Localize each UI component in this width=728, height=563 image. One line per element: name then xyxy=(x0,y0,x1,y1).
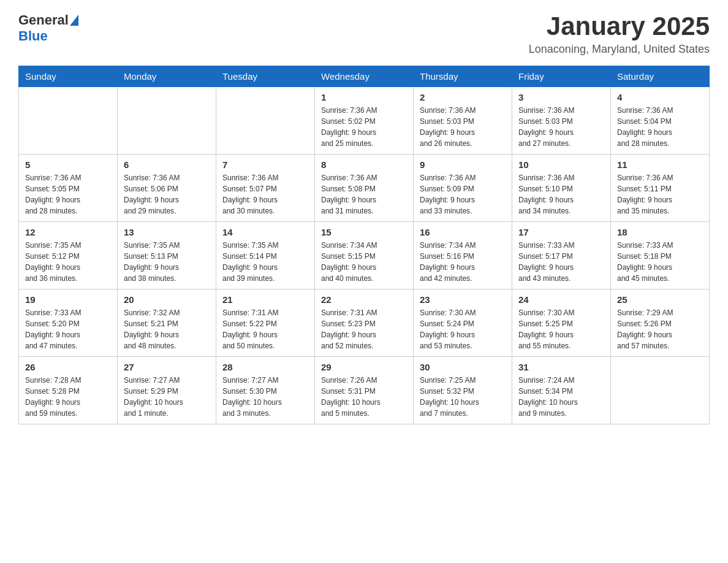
day-number: 24 xyxy=(518,294,604,305)
day-info: Sunrise: 7:25 AM Sunset: 5:32 PM Dayligh… xyxy=(420,375,506,419)
calendar-cell: 30Sunrise: 7:25 AM Sunset: 5:32 PM Dayli… xyxy=(414,357,512,424)
calendar-cell: 5Sunrise: 7:36 AM Sunset: 5:05 PM Daylig… xyxy=(19,155,118,222)
day-number: 19 xyxy=(25,294,111,305)
day-info: Sunrise: 7:36 AM Sunset: 5:04 PM Dayligh… xyxy=(617,105,703,149)
day-info: Sunrise: 7:36 AM Sunset: 5:07 PM Dayligh… xyxy=(222,172,308,216)
location-title: Lonaconing, Maryland, United States xyxy=(529,43,710,56)
day-number: 14 xyxy=(222,227,308,237)
day-number: 15 xyxy=(321,227,407,237)
calendar-cell: 6Sunrise: 7:36 AM Sunset: 5:06 PM Daylig… xyxy=(118,155,216,222)
day-info: Sunrise: 7:31 AM Sunset: 5:23 PM Dayligh… xyxy=(321,307,407,351)
calendar-cell: 31Sunrise: 7:24 AM Sunset: 5:34 PM Dayli… xyxy=(512,357,611,424)
day-info: Sunrise: 7:30 AM Sunset: 5:24 PM Dayligh… xyxy=(420,307,506,351)
day-info: Sunrise: 7:36 AM Sunset: 5:05 PM Dayligh… xyxy=(25,172,111,216)
calendar-cell: 9Sunrise: 7:36 AM Sunset: 5:09 PM Daylig… xyxy=(414,155,512,222)
week-row-4: 19Sunrise: 7:33 AM Sunset: 5:20 PM Dayli… xyxy=(19,289,710,357)
day-info: Sunrise: 7:33 AM Sunset: 5:20 PM Dayligh… xyxy=(25,307,111,351)
calendar-cell: 20Sunrise: 7:32 AM Sunset: 5:21 PM Dayli… xyxy=(118,289,216,357)
column-header-monday: Monday xyxy=(118,66,216,87)
column-header-friday: Friday xyxy=(512,66,611,87)
day-info: Sunrise: 7:29 AM Sunset: 5:26 PM Dayligh… xyxy=(617,307,703,351)
day-number: 9 xyxy=(420,159,506,170)
calendar-cell: 14Sunrise: 7:35 AM Sunset: 5:14 PM Dayli… xyxy=(216,222,315,289)
calendar-cell xyxy=(118,87,216,155)
calendar-cell: 17Sunrise: 7:33 AM Sunset: 5:17 PM Dayli… xyxy=(512,222,611,289)
calendar-cell: 25Sunrise: 7:29 AM Sunset: 5:26 PM Dayli… xyxy=(611,289,710,357)
calendar-cell: 22Sunrise: 7:31 AM Sunset: 5:23 PM Dayli… xyxy=(315,289,414,357)
day-info: Sunrise: 7:33 AM Sunset: 5:18 PM Dayligh… xyxy=(617,240,703,284)
day-number: 2 xyxy=(420,92,506,102)
day-info: Sunrise: 7:34 AM Sunset: 5:15 PM Dayligh… xyxy=(321,240,407,284)
calendar-cell xyxy=(19,87,118,155)
day-number: 3 xyxy=(518,92,604,102)
logo-triangle-icon xyxy=(70,15,78,26)
calendar-cell: 12Sunrise: 7:35 AM Sunset: 5:12 PM Dayli… xyxy=(19,222,118,289)
day-info: Sunrise: 7:36 AM Sunset: 5:11 PM Dayligh… xyxy=(617,172,703,216)
day-number: 28 xyxy=(222,362,308,372)
day-info: Sunrise: 7:27 AM Sunset: 5:30 PM Dayligh… xyxy=(222,375,308,419)
day-info: Sunrise: 7:24 AM Sunset: 5:34 PM Dayligh… xyxy=(518,375,604,419)
day-number: 4 xyxy=(617,92,703,102)
calendar-header-row: SundayMondayTuesdayWednesdayThursdayFrid… xyxy=(19,66,710,87)
day-number: 22 xyxy=(321,294,407,305)
calendar-cell: 16Sunrise: 7:34 AM Sunset: 5:16 PM Dayli… xyxy=(414,222,512,289)
day-number: 30 xyxy=(420,362,506,372)
calendar-cell: 7Sunrise: 7:36 AM Sunset: 5:07 PM Daylig… xyxy=(216,155,315,222)
logo: General Blue xyxy=(18,12,78,44)
day-number: 1 xyxy=(321,92,407,102)
week-row-2: 5Sunrise: 7:36 AM Sunset: 5:05 PM Daylig… xyxy=(19,155,710,222)
day-number: 16 xyxy=(420,227,506,237)
day-info: Sunrise: 7:33 AM Sunset: 5:17 PM Dayligh… xyxy=(518,240,604,284)
day-number: 26 xyxy=(25,362,111,372)
day-info: Sunrise: 7:36 AM Sunset: 5:03 PM Dayligh… xyxy=(420,105,506,149)
day-number: 12 xyxy=(25,227,111,237)
day-info: Sunrise: 7:30 AM Sunset: 5:25 PM Dayligh… xyxy=(518,307,604,351)
logo-general: General xyxy=(18,12,69,28)
day-info: Sunrise: 7:36 AM Sunset: 5:10 PM Dayligh… xyxy=(518,172,604,216)
page-header: General Blue January 2025 Lonaconing, Ma… xyxy=(18,12,710,56)
day-number: 17 xyxy=(518,227,604,237)
day-number: 31 xyxy=(518,362,604,372)
day-info: Sunrise: 7:28 AM Sunset: 5:28 PM Dayligh… xyxy=(25,375,111,419)
title-section: January 2025 Lonaconing, Maryland, Unite… xyxy=(529,12,710,56)
day-number: 6 xyxy=(124,159,210,170)
calendar-cell xyxy=(611,357,710,424)
day-number: 13 xyxy=(124,227,210,237)
calendar-table: SundayMondayTuesdayWednesdayThursdayFrid… xyxy=(18,66,710,424)
day-info: Sunrise: 7:36 AM Sunset: 5:02 PM Dayligh… xyxy=(321,105,407,149)
column-header-sunday: Sunday xyxy=(19,66,118,87)
column-header-tuesday: Tuesday xyxy=(216,66,315,87)
day-number: 11 xyxy=(617,159,703,170)
day-info: Sunrise: 7:34 AM Sunset: 5:16 PM Dayligh… xyxy=(420,240,506,284)
day-number: 20 xyxy=(124,294,210,305)
calendar-cell: 28Sunrise: 7:27 AM Sunset: 5:30 PM Dayli… xyxy=(216,357,315,424)
day-number: 7 xyxy=(222,159,308,170)
calendar-cell: 11Sunrise: 7:36 AM Sunset: 5:11 PM Dayli… xyxy=(611,155,710,222)
calendar-cell: 19Sunrise: 7:33 AM Sunset: 5:20 PM Dayli… xyxy=(19,289,118,357)
calendar-cell: 24Sunrise: 7:30 AM Sunset: 5:25 PM Dayli… xyxy=(512,289,611,357)
month-title: January 2025 xyxy=(529,12,710,40)
day-number: 8 xyxy=(321,159,407,170)
calendar-cell: 21Sunrise: 7:31 AM Sunset: 5:22 PM Dayli… xyxy=(216,289,315,357)
day-info: Sunrise: 7:27 AM Sunset: 5:29 PM Dayligh… xyxy=(124,375,210,419)
day-number: 27 xyxy=(124,362,210,372)
day-number: 23 xyxy=(420,294,506,305)
week-row-1: 1Sunrise: 7:36 AM Sunset: 5:02 PM Daylig… xyxy=(19,87,710,155)
calendar-cell: 8Sunrise: 7:36 AM Sunset: 5:08 PM Daylig… xyxy=(315,155,414,222)
column-header-saturday: Saturday xyxy=(611,66,710,87)
column-header-wednesday: Wednesday xyxy=(315,66,414,87)
day-number: 25 xyxy=(617,294,703,305)
day-info: Sunrise: 7:36 AM Sunset: 5:08 PM Dayligh… xyxy=(321,172,407,216)
logo-blue: Blue xyxy=(18,28,48,44)
calendar-cell: 10Sunrise: 7:36 AM Sunset: 5:10 PM Dayli… xyxy=(512,155,611,222)
column-header-thursday: Thursday xyxy=(414,66,512,87)
day-number: 10 xyxy=(518,159,604,170)
calendar-cell: 26Sunrise: 7:28 AM Sunset: 5:28 PM Dayli… xyxy=(19,357,118,424)
calendar-cell: 2Sunrise: 7:36 AM Sunset: 5:03 PM Daylig… xyxy=(414,87,512,155)
calendar-cell: 4Sunrise: 7:36 AM Sunset: 5:04 PM Daylig… xyxy=(611,87,710,155)
day-info: Sunrise: 7:36 AM Sunset: 5:03 PM Dayligh… xyxy=(518,105,604,149)
calendar-cell: 15Sunrise: 7:34 AM Sunset: 5:15 PM Dayli… xyxy=(315,222,414,289)
calendar-cell: 27Sunrise: 7:27 AM Sunset: 5:29 PM Dayli… xyxy=(118,357,216,424)
week-row-3: 12Sunrise: 7:35 AM Sunset: 5:12 PM Dayli… xyxy=(19,222,710,289)
day-info: Sunrise: 7:35 AM Sunset: 5:14 PM Dayligh… xyxy=(222,240,308,284)
